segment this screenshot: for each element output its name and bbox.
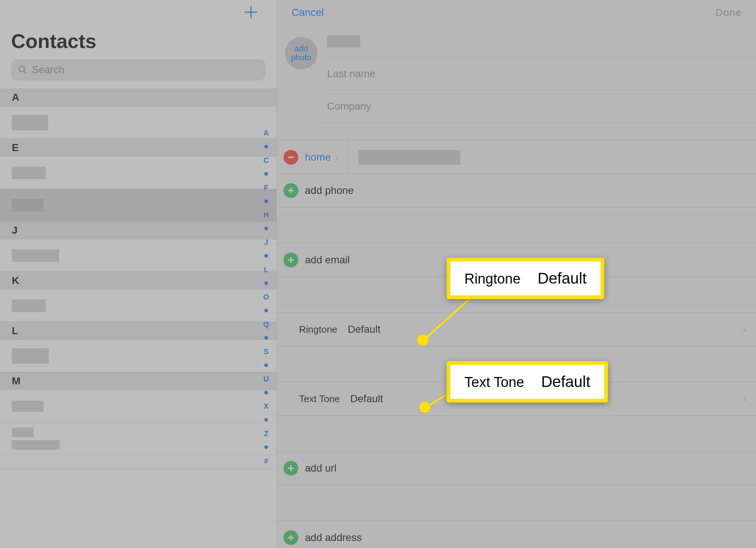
contacts-sidebar: Contacts Search A E J K L M A C F H J L … (0, 0, 277, 548)
section-header-e: E (0, 139, 276, 157)
callout-dot (417, 335, 428, 346)
add-icon[interactable] (284, 253, 298, 267)
page-title: Contacts (0, 26, 276, 59)
add-icon[interactable] (284, 183, 298, 198)
list-item[interactable] (0, 422, 276, 455)
delete-icon[interactable] (284, 150, 298, 165)
address-group: add address (277, 521, 756, 548)
alphabet-index[interactable]: A C F H J L O Q S U X Z # (262, 129, 271, 465)
chevron-right-icon: › (743, 393, 746, 405)
detail-topbar: Cancel Done (277, 0, 756, 25)
section-header-a: A (0, 89, 276, 106)
identity-block: add photo Last name Company (277, 25, 756, 123)
list-item[interactable] (0, 340, 276, 372)
section-header-j: J (0, 222, 276, 239)
first-name-field[interactable] (321, 25, 756, 58)
done-button[interactable]: Done (715, 7, 741, 18)
list-item[interactable] (0, 290, 276, 322)
add-phone-row[interactable]: add phone (277, 174, 756, 207)
add-icon[interactable] (284, 530, 298, 545)
chevron-right-icon: › (743, 323, 746, 336)
ringtone-row[interactable]: Ringtone Default › (277, 313, 756, 346)
list-item-selected[interactable] (0, 189, 276, 222)
company-field[interactable]: Company (321, 90, 756, 123)
list-item[interactable] (0, 390, 276, 422)
add-photo-button[interactable]: add photo (285, 37, 317, 69)
sidebar-topbar (0, 0, 276, 26)
section-header-m: M (0, 372, 276, 390)
add-address-row[interactable]: add address (277, 521, 756, 548)
callout-ringtone: Ringtone Default (447, 258, 604, 299)
add-icon[interactable] (284, 461, 298, 476)
add-contact-icon[interactable] (243, 4, 260, 22)
list-item[interactable] (0, 157, 276, 189)
cancel-button[interactable]: Cancel (292, 7, 324, 18)
search-placeholder: Search (32, 64, 65, 76)
phone-row[interactable]: home › (277, 141, 756, 174)
search-wrap: Search (0, 59, 276, 89)
phones-group: home › add phone (277, 140, 756, 208)
section-header-k: K (0, 272, 276, 290)
callout-dot (419, 402, 430, 413)
phone-type-selector[interactable]: home (305, 151, 331, 163)
url-group: add url (277, 451, 756, 485)
section-header-l: L (0, 322, 276, 340)
search-input[interactable]: Search (11, 59, 265, 81)
ringtone-group: Ringtone Default › (277, 312, 756, 346)
last-name-field[interactable]: Last name (321, 58, 756, 90)
callout-texttone: Text Tone Default (447, 361, 608, 403)
list-item[interactable] (0, 106, 276, 139)
chevron-right-icon: › (335, 151, 339, 164)
add-url-row[interactable]: add url (277, 452, 756, 485)
list-item[interactable] (0, 239, 276, 272)
